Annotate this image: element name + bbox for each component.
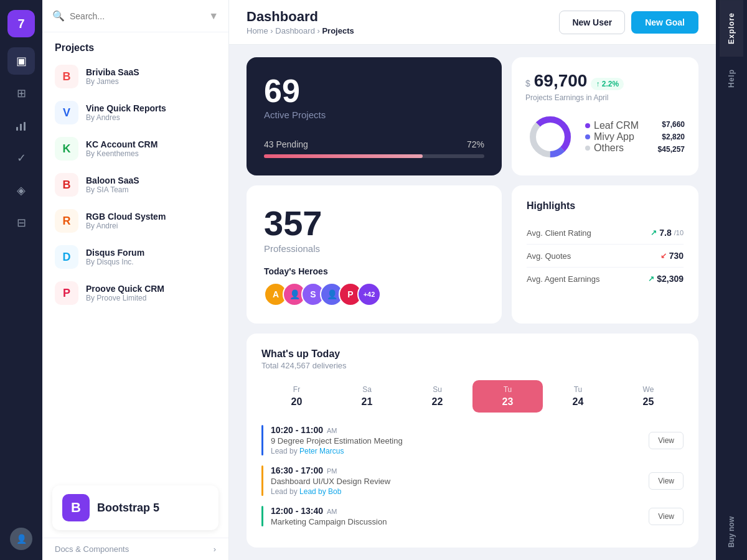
event-list: 10:20 - 11:00 AM 9 Degree Project Estima… [261,425,684,526]
calendar-day[interactable]: We 25 [613,380,684,413]
bootstrap-logo: B [62,494,90,521]
event-item: 12:00 - 13:40 AM Marketing Campaign Disc… [261,506,684,526]
legend-item: Others [585,142,648,154]
project-item[interactable]: B Baloon SaaS By SIA Team [42,167,228,203]
sidebar-search-bar: 🔍 ▼ [42,0,228,32]
earnings-dollar: $ [525,78,530,88]
bootstrap-banner[interactable]: B Bootstrap 5 [52,485,218,530]
project-icon: B [55,173,78,197]
new-goal-button[interactable]: New Goal [631,11,698,34]
event-content: 10:20 - 11:00 AM 9 Degree Project Estima… [271,425,641,455]
event-time: 16:30 - 17:00 PM [271,465,641,475]
project-item[interactable]: P Proove Quick CRM By Proove Limited [42,275,228,311]
legend-value: $2,820 [658,133,685,141]
project-item[interactable]: B Briviba SaaS By James [42,58,228,95]
highlight-row: Avg. Client Rating ↗ 7.8/10 [527,222,684,245]
cal-day-name: Tu [504,385,512,394]
project-icon: P [55,281,78,305]
event-bar [261,465,263,496]
calendar-day[interactable]: Tu 23 [472,380,543,413]
nav-icon-briefcase[interactable]: ⊟ [7,209,35,236]
sidebar-footer[interactable]: Docs & Components › [42,538,228,560]
highlight-row: Avg. Agent Earnings ↗ $2,309 [527,268,684,290]
project-icon: R [55,209,78,233]
event-item: 10:20 - 11:00 AM 9 Degree Project Estima… [261,425,684,455]
project-by: By James [86,77,139,86]
cal-day-name: Tu [574,385,583,394]
nav-icon-dashboard[interactable]: ▣ [7,47,35,75]
svg-rect-1 [20,124,22,131]
project-item[interactable]: R RGB Cloud System By Andrei [42,203,228,239]
project-by: By Andres [86,113,166,122]
left-nav: 7 ▣ ⊞ ✓ ◈ ⊟ 👤 [0,0,42,560]
event-lead-link[interactable]: Lead by Bob [299,487,341,496]
view-button[interactable]: View [649,432,684,449]
event-period: AM [327,427,337,434]
legend-name: Mivy App [594,131,634,142]
earnings-badge: ↑ 2.2% [591,78,624,90]
highlight-value: ↗ 7.8/10 [651,228,684,238]
sidebar: 🔍 ▼ Projects B Briviba SaaS By James V V… [42,0,229,560]
view-button[interactable]: View [649,472,684,490]
highlights-card: Highlights Avg. Client Rating ↗ 7.8/10 A… [512,185,698,324]
earnings-card: $ 69,700 ↑ 2.2% Projects Earnings in Apr… [512,57,698,175]
project-by: By Disqus Inc. [86,258,144,266]
project-item[interactable]: K KC Account CRM By Keenthemes [42,131,228,167]
nav-avatar[interactable]: 7 [7,10,35,37]
event-lead-link[interactable]: Peter Marcus [299,447,344,455]
project-info: RGB Cloud System By Andrei [86,212,166,230]
row-2: 357 Professionals Today's Heroes A👤S👤P+4… [247,185,698,324]
legend-value: $7,660 [658,120,685,129]
search-input[interactable] [70,11,204,21]
new-user-button[interactable]: New User [559,11,625,34]
filter-icon[interactable]: ▼ [209,11,218,22]
buy-now-tab[interactable]: Buy now [720,504,743,560]
highlight-value: ↙ 730 [660,251,684,261]
professionals-label: Professionals [264,243,484,254]
nav-user-avatar[interactable]: 👤 [10,528,32,550]
projects-section-title: Projects [42,32,228,58]
project-info: Briviba SaaS By James [86,67,139,86]
calendar-day[interactable]: Tu 24 [543,380,613,413]
event-period: AM [327,508,337,515]
project-item[interactable]: V Vine Quick Reports By Andres [42,95,228,131]
heroes-avatars: A👤S👤P+42 [264,282,484,306]
bootstrap-title: Bootstrap 5 [97,502,159,515]
event-name: Marketing Campaign Discussion [271,517,641,526]
active-projects-label: Active Projects [264,110,484,120]
highlight-label: Avg. Agent Earnings [527,274,600,284]
explore-tab[interactable]: Explore [720,0,743,57]
active-projects-number: 69 [264,75,484,107]
today-title: What's up Today [261,348,684,360]
nav-icon-check[interactable]: ✓ [7,144,35,172]
highlight-label: Avg. Quotes [527,251,571,261]
legend-dot [585,134,590,139]
today-card: What's up Today Total 424,567 deliveries… [247,334,698,548]
project-by: By Andrei [86,222,166,230]
breadcrumb-home[interactable]: Home [247,26,268,35]
earnings-label: Projects Earnings in April [525,93,685,102]
event-name: 9 Degree Project Estimation Meeting [271,436,641,446]
nav-icon-grid[interactable]: ⊞ [7,80,35,107]
help-tab[interactable]: Help [720,57,743,100]
event-name: Dashboard UI/UX Design Review [271,477,641,486]
breadcrumb-dashboard[interactable]: Dashboard [275,26,315,35]
cal-day-num: 20 [291,396,303,408]
cal-day-num: 24 [573,396,584,408]
trend-icon: ↗ [651,228,657,237]
project-list: B Briviba SaaS By James V Vine Quick Rep… [42,58,228,478]
calendar-day[interactable]: Sa 21 [332,380,402,413]
cal-day-num: 22 [432,396,443,408]
progress-bar-wrap [264,154,484,158]
view-button[interactable]: View [649,508,684,525]
nav-icon-chart[interactable] [7,112,35,139]
project-item[interactable]: D Disqus Forum By Disqus Inc. [42,239,228,275]
legend-name: Leaf CRM [594,120,639,131]
project-by: By SIA Team [86,185,139,194]
professionals-card: 357 Professionals Today's Heroes A👤S👤P+4… [247,185,502,324]
breadcrumb-projects[interactable]: Projects [322,26,354,35]
nav-icon-layers[interactable]: ◈ [7,177,35,204]
calendar-day[interactable]: Fr 20 [261,380,332,413]
legend-dot [585,123,590,128]
calendar-day[interactable]: Su 22 [402,380,472,413]
